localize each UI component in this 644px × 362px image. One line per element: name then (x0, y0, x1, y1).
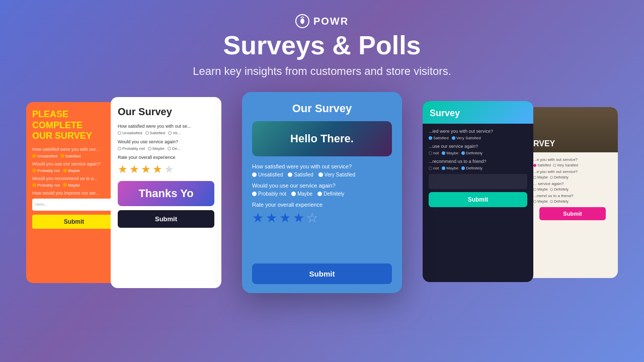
white-star-4: ★ (152, 163, 163, 176)
cream-card-header: RVEY (527, 107, 618, 152)
cream-q3-label: ... service again? (533, 182, 612, 186)
center-star-5: ☆ (306, 210, 318, 226)
center-submit-btn[interactable]: Submit (252, 263, 392, 284)
white-rate-label: Rate your overall experience (118, 155, 214, 160)
cream-card-title: RVEY (533, 139, 555, 148)
orange-q4-label: How would you improve our ser... (32, 191, 116, 196)
orange-q3-label: Would you recommend us to a... (32, 176, 116, 181)
page-subtitle: Learn key insights from customers and st… (193, 65, 451, 78)
center-q2-opt1: Probably not (252, 191, 286, 197)
center-q1-options: Unsatisfied Satisfied Very Satisfied (252, 172, 392, 177)
cream-q4-opts: Maybe Definitely (533, 200, 612, 203)
orange-q1-opt1: Unsatisfied (32, 154, 57, 158)
dark-q2-label: ...use our service again? (423, 144, 533, 149)
logo-text: POWR (313, 16, 349, 27)
dark-q1-opt1: Satisfied (429, 136, 449, 140)
cream-q3-opts: Maybe Definitely (533, 188, 612, 191)
center-rate-label: Rate your overall experience (252, 202, 392, 208)
dark-q1-label: ...ied were you with out service? (423, 129, 533, 134)
logo-row: POWR (295, 14, 349, 28)
dark-card-header: Survey (423, 101, 533, 124)
dark-q2-opt2: Maybe (442, 151, 458, 155)
cream-q4-label: ...mend us to a friend? (533, 194, 612, 198)
cream-q3-opt2: Definitely (550, 188, 569, 191)
dark-q2-opt3: Definitely (461, 151, 482, 155)
dark-card-title: Survey (430, 108, 460, 118)
dark-q2-opts: not Maybe Definitely (423, 151, 533, 155)
white-q1-opt2: Satisfied (145, 131, 166, 135)
orange-card-title: PLEASE COMPLETEOUR SURVEY (32, 109, 116, 142)
orange-submit-btn[interactable]: Submit (32, 215, 116, 229)
dark-q3-opts: not Maybe Definitely (423, 166, 533, 170)
dark-q3-opt2: Maybe (442, 166, 458, 170)
dark-q3-opt1: not (429, 166, 439, 170)
cards-row: PLEASE COMPLETEOUR SURVEY How satisfied … (0, 92, 644, 303)
center-q2-opt2: Maybe (291, 191, 312, 197)
white-star-2: ★ (129, 163, 139, 176)
white-star-1: ★ (118, 163, 128, 176)
white-q2-opt1: Probably not (118, 146, 145, 151)
white-q1-opt3: Ve... (168, 131, 181, 135)
cream-q1-opt1: Satisfied (533, 163, 551, 167)
center-star-3: ★ (279, 210, 291, 226)
dark-q3-opt3: Definitely (461, 166, 482, 170)
white-star-5: ★ (164, 163, 174, 176)
orange-q2-opt2: Maybe (63, 168, 80, 173)
dark-q1-opts: Satisfied Very Satisfied (423, 136, 533, 140)
card-white: Our Survey How satisfied were you with o… (111, 97, 221, 288)
dark-submit-btn[interactable]: Submit (429, 192, 527, 207)
center-q1-label: How satisfied were you with out service? (252, 163, 392, 169)
powr-logo-icon (295, 14, 309, 28)
thanks-text: Thanks Yo (138, 187, 193, 200)
dark-text-input[interactable] (429, 174, 527, 189)
cream-q2-opts: Maybe Definitely (533, 175, 612, 179)
white-q2-label: Would you use service again? (118, 139, 214, 144)
center-stars: ★ ★ ★ ★ ☆ (252, 210, 392, 226)
center-star-4: ★ (293, 210, 304, 226)
center-card-title: Our Survey (252, 102, 392, 115)
cream-q2-opt1: Maybe (533, 175, 548, 179)
orange-q2-label: Would you use our service again? (32, 161, 116, 166)
card-dark: Survey ...ied were you with out service?… (423, 101, 533, 282)
center-q1-opt2: Satisfied (288, 172, 313, 177)
cream-q4-opt1: Maybe (533, 200, 548, 203)
cream-q4-opt2: Definitely (550, 200, 569, 203)
center-q2-options: Probably not Maybe Definitely (252, 191, 392, 197)
cream-q2-opt2: Definitely (550, 175, 569, 179)
dark-q3-label: ...recommend us to a friend? (423, 159, 533, 164)
center-q2-label: Would you use our service again? (252, 183, 392, 189)
white-star-3: ★ (141, 163, 151, 176)
card-center-featured: Our Survey Hello There. How satisfied we… (242, 92, 402, 293)
orange-q1-opt2: Satisfied (60, 154, 81, 158)
white-q1-opt1: Unsatisfied (118, 131, 142, 135)
orange-q3-opt1: Probably not (32, 183, 60, 188)
center-star-1: ★ (252, 210, 264, 226)
card-cream: RVEY ...e you with out service? Satisfie… (527, 107, 618, 278)
white-q1-label: How satisfied were you with out se... (118, 124, 214, 129)
header: POWR Surveys & Polls Learn key insights … (193, 0, 451, 78)
cream-q1-opt2: Very Sarafied (553, 163, 578, 167)
center-q2-opt3: Definitely (317, 191, 344, 197)
cream-card-body: ...e you with out service? Satisfied Ver… (527, 152, 618, 220)
center-q1-opt3: Very Satisfied (318, 172, 355, 177)
cream-q1-label: ...e you with out service? (533, 157, 612, 162)
thanks-banner: Thanks Yo (118, 181, 214, 206)
white-stars: ★ ★ ★ ★ ★ (118, 163, 214, 176)
white-card-title: Our Survey (118, 106, 214, 118)
center-hero-image: Hello There. (252, 121, 392, 156)
dark-q1-opt2: Very Satisfied (452, 136, 481, 140)
center-star-2: ★ (266, 210, 277, 226)
cream-q3-opt1: Maybe (533, 188, 548, 191)
cream-submit-btn[interactable]: Submit (539, 207, 606, 220)
white-q2-opt3: De... (168, 146, 181, 151)
orange-q3-opt2: Maybe (63, 183, 80, 188)
white-submit-btn[interactable]: Submit (118, 210, 214, 228)
center-q1-opt1: Unsatisfied (252, 172, 283, 177)
orange-text-input[interactable]: Hello... (32, 199, 116, 211)
cream-q1-opts: Satisfied Very Sarafied (533, 163, 612, 167)
orange-q1-label: How satisfied were you with our... (32, 147, 116, 152)
card-orange: PLEASE COMPLETEOUR SURVEY How satisfied … (26, 102, 122, 283)
dark-q2-opt1: not (429, 151, 439, 155)
page-title: Surveys & Polls (223, 31, 421, 60)
cream-q2-label: ...e you with out service? (533, 169, 612, 174)
